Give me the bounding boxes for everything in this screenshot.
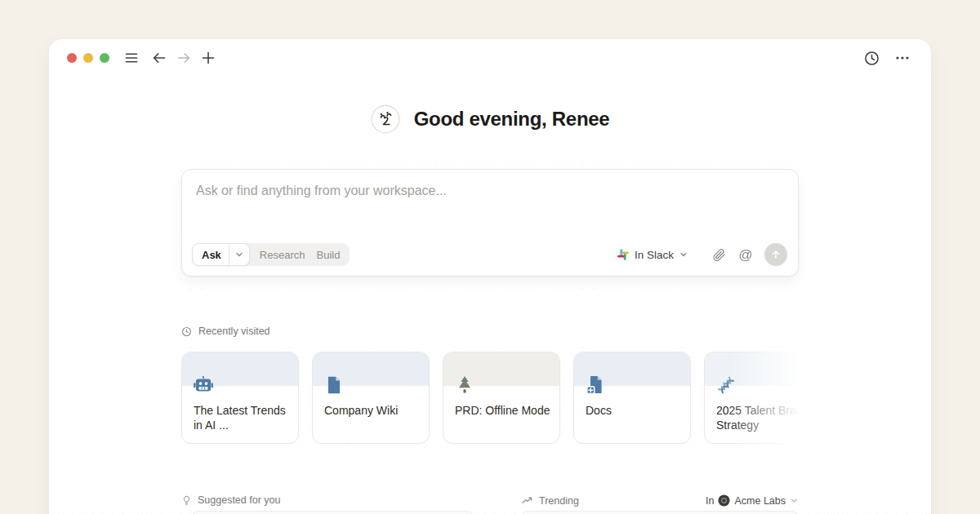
send-arrow-icon (769, 248, 782, 261)
workspace-prefix: In (706, 495, 714, 507)
mode-research-button[interactable]: Research (250, 249, 315, 261)
search-input[interactable] (182, 170, 798, 227)
tree-icon (454, 374, 475, 396)
app-window: Good evening, Renee Ask Research Build (49, 39, 931, 514)
workspace-logo-icon (718, 494, 730, 507)
trending-label: Trending (539, 495, 579, 507)
recent-card-company-wiki[interactable]: Company Wiki (312, 352, 430, 444)
card-title: PRD: Offline Mode (455, 403, 553, 418)
ellipsis-icon[interactable] (892, 47, 913, 69)
trending-header: Trending (521, 494, 579, 507)
recently-visited-cards: The Latest Trends in AI ... Company Wiki (181, 352, 826, 444)
chevron-down-icon (679, 250, 688, 259)
forward-arrow-icon[interactable] (173, 47, 194, 69)
chevron-down-icon[interactable] (229, 250, 249, 259)
slack-icon (617, 248, 630, 261)
workspace-selector[interactable]: In Acme Labs (706, 494, 799, 507)
recently-visited-header: Recently visited (181, 326, 799, 337)
mode-ask-label: Ask (193, 249, 229, 261)
recent-card-docs[interactable]: Docs (573, 352, 691, 444)
card-title: Company Wiki (324, 403, 422, 418)
recent-card-talent-brand[interactable]: 2025 Talent Brand Strategy (704, 352, 822, 444)
mode-ask-button[interactable]: Ask (192, 243, 250, 266)
window-titlebar (49, 39, 931, 77)
mention-icon[interactable]: @ (736, 245, 755, 264)
mode-switcher: Ask Research Build (192, 243, 350, 266)
card-title: The Latest Trends in AI ... (194, 403, 292, 433)
mode-build-button[interactable]: Build (315, 249, 350, 261)
history-icon[interactable] (861, 47, 882, 69)
back-arrow-icon[interactable] (149, 47, 170, 69)
card-title: Docs (586, 403, 684, 418)
minimize-window-button[interactable] (83, 53, 93, 63)
greeting-header: Good evening, Renee (181, 104, 799, 134)
page-icon (323, 374, 345, 396)
recently-visited-title: Recently visited (198, 326, 270, 337)
chevron-down-icon (790, 496, 799, 505)
recent-card-prd-offline[interactable]: PRD: Offline Mode (443, 352, 560, 444)
robot-icon (193, 374, 214, 396)
trending-card-top (521, 511, 799, 514)
traffic-lights (67, 53, 109, 63)
attachment-icon[interactable] (709, 245, 728, 264)
zoom-window-button[interactable] (100, 53, 109, 63)
context-label: In Slack (635, 249, 674, 261)
page-plus-icon (585, 374, 606, 396)
page-title: Good evening, Renee (414, 108, 610, 131)
footer-sections: Suggested for you Trending In Acme Labs (181, 494, 799, 507)
workspace-name: Acme Labs (734, 495, 786, 507)
ai-face-icon (371, 104, 400, 134)
card-title: 2025 Talent Brand Strategy (716, 403, 814, 433)
suggested-card-top (191, 511, 474, 514)
clock-icon (181, 326, 192, 337)
context-selector[interactable]: In Slack (617, 248, 688, 261)
clipped-section-cards (181, 511, 799, 514)
send-button[interactable] (764, 243, 787, 266)
recent-card-ai-trends[interactable]: The Latest Trends in AI ... (181, 352, 299, 444)
menu-icon[interactable] (121, 47, 142, 69)
close-window-button[interactable] (67, 53, 77, 63)
suggested-for-you-header: Suggested for you (181, 494, 280, 506)
lightbulb-icon (181, 494, 192, 506)
trending-icon (521, 494, 533, 507)
new-tab-plus-icon[interactable] (198, 47, 219, 69)
ask-box: Ask Research Build (181, 169, 799, 277)
suggested-label: Suggested for you (198, 494, 280, 506)
